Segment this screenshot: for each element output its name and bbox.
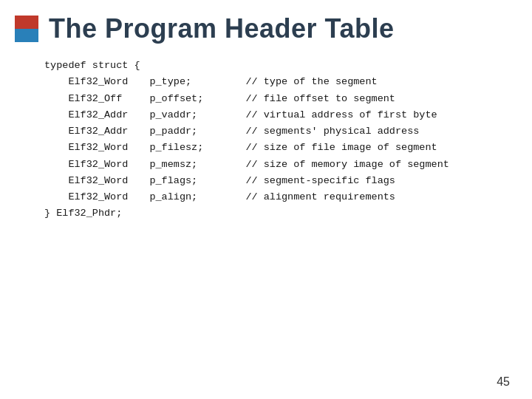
code-indent	[44, 157, 68, 173]
code-member-pmemsz: p_memsz;	[149, 157, 245, 173]
code-member-ppaddr: p_paddr;	[149, 123, 245, 140]
code-block: typedef struct { Elf32_Word p_type; // t…	[44, 58, 488, 222]
code-comment-pmemsz: // size of memory image of segment	[245, 157, 449, 173]
code-line-poffset: Elf32_Off p_offset; // file offset to se…	[44, 91, 488, 107]
code-comment-ppaddr: // segments' physical address	[245, 123, 419, 140]
code-comment-pvaddr: // virtual address of first byte	[245, 107, 437, 123]
page-number: 45	[497, 375, 510, 389]
code-comment-pfilesz: // size of file image of segment	[245, 140, 437, 156]
code-field-word3: Elf32_Word	[68, 157, 149, 173]
code-field-off: Elf32_Off	[68, 91, 149, 107]
code-member-pflags: p_flags;	[149, 173, 245, 189]
code-line-pflags: Elf32_Word p_flags; // segment-specific …	[44, 173, 488, 189]
code-indent	[44, 74, 68, 90]
code-indent	[44, 140, 68, 156]
code-member-pvaddr: p_vaddr;	[149, 107, 245, 123]
code-closing: } Elf32_Phdr;	[44, 205, 122, 222]
code-member-ptype: p_type;	[149, 74, 245, 90]
code-field-word4: Elf32_Word	[68, 173, 149, 189]
code-indent	[44, 173, 68, 189]
slide-title: The Program Header Table	[49, 13, 394, 44]
code-line-typedef: typedef struct {	[44, 58, 488, 74]
code-member-poffset: p_offset;	[149, 91, 245, 107]
header-blocks	[15, 16, 38, 42]
block-bottom	[15, 29, 38, 42]
code-indent	[44, 91, 68, 107]
header-bar: The Program Header Table	[0, 0, 532, 52]
code-field-addr2: Elf32_Addr	[68, 123, 149, 140]
code-typedef: typedef struct {	[44, 58, 140, 74]
code-field-word2: Elf32_Word	[68, 140, 149, 156]
code-member-pfilesz: p_filesz;	[149, 140, 245, 156]
code-indent	[44, 123, 68, 140]
code-comment-poffset: // file offset to segment	[245, 91, 395, 107]
code-line-pfilesz: Elf32_Word p_filesz; // size of file ima…	[44, 140, 488, 156]
code-member-palign: p_align;	[149, 189, 245, 205]
code-field-word5: Elf32_Word	[68, 189, 149, 205]
code-indent	[44, 189, 68, 205]
code-comment-palign: // alignment requirements	[245, 189, 395, 205]
slide: The Program Header Table typedef struct …	[0, 0, 532, 399]
code-line-ptype: Elf32_Word p_type; // type of the segmen…	[44, 74, 488, 90]
code-field-word1: Elf32_Word	[68, 74, 149, 90]
code-comment-pflags: // segment-specific flags	[245, 173, 395, 189]
code-field-addr1: Elf32_Addr	[68, 107, 149, 123]
code-indent	[44, 107, 68, 123]
code-line-closing: } Elf32_Phdr;	[44, 205, 488, 222]
code-line-pmemsz: Elf32_Word p_memsz; // size of memory im…	[44, 157, 488, 173]
block-top	[15, 16, 38, 29]
code-line-ppaddr: Elf32_Addr p_paddr; // segments' physica…	[44, 123, 488, 140]
code-line-palign: Elf32_Word p_align; // alignment require…	[44, 189, 488, 205]
code-line-pvaddr: Elf32_Addr p_vaddr; // virtual address o…	[44, 107, 488, 123]
code-comment-ptype: // type of the segment	[245, 74, 377, 90]
code-section: typedef struct { Elf32_Word p_type; // t…	[0, 52, 532, 230]
